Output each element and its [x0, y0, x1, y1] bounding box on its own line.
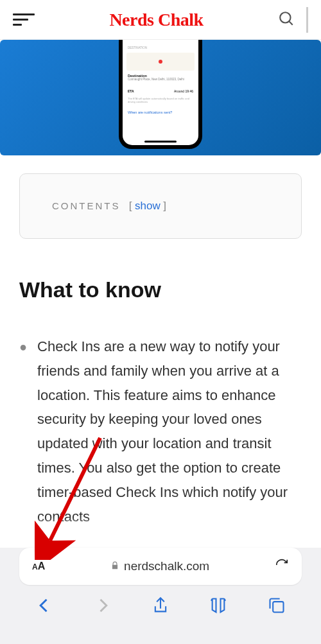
lock-icon — [110, 559, 119, 573]
browser-chrome: AA nerdschalk.com — [0, 548, 321, 644]
contents-box: CONTENTS [ show ] — [19, 173, 302, 239]
bullet-icon: ● — [19, 335, 27, 529]
forward-button — [94, 596, 112, 617]
phone-eta-note: The ETA will update automatically based … — [126, 96, 195, 104]
phone-link: When are notifications sent? — [126, 109, 195, 116]
menu-button[interactable] — [13, 13, 35, 26]
contents-label: CONTENTS — [52, 200, 121, 211]
bullet-text: Check Ins are a new way to notify your f… — [37, 335, 302, 529]
list-item: ● Check Ins are a new way to notify your… — [19, 335, 302, 529]
divider — [306, 7, 308, 33]
hero-image: Cancel Check In DESTINATION Destination … — [0, 40, 321, 155]
bookmarks-button[interactable] — [209, 596, 227, 617]
phone-eta: ETA Around 19:46 — [126, 88, 195, 94]
text-size-button[interactable]: AA — [32, 561, 45, 572]
phone-map — [126, 53, 195, 71]
svg-line-1 — [289, 21, 292, 24]
phone-mockup: Cancel Check In DESTINATION Destination … — [119, 40, 202, 149]
contents-show-toggle[interactable]: show — [135, 200, 160, 212]
svg-rect-3 — [273, 602, 283, 612]
share-button[interactable] — [152, 596, 169, 617]
section-heading: What to know — [19, 277, 302, 302]
phone-cancel-text: Cancel Check In — [126, 40, 195, 42]
phone-destination: Destination Connaught Place, New Delhi, … — [126, 73, 195, 82]
tabs-button[interactable] — [268, 596, 286, 617]
phone-section-label: DESTINATION — [126, 45, 195, 51]
svg-point-0 — [280, 12, 290, 22]
back-button[interactable] — [35, 596, 53, 617]
site-logo[interactable]: Nerds Chalk — [109, 10, 203, 30]
search-icon[interactable] — [278, 10, 295, 30]
url-bar[interactable]: AA nerdschalk.com — [19, 548, 302, 585]
url-domain: nerdschalk.com — [124, 559, 209, 573]
reload-icon[interactable] — [275, 558, 289, 575]
